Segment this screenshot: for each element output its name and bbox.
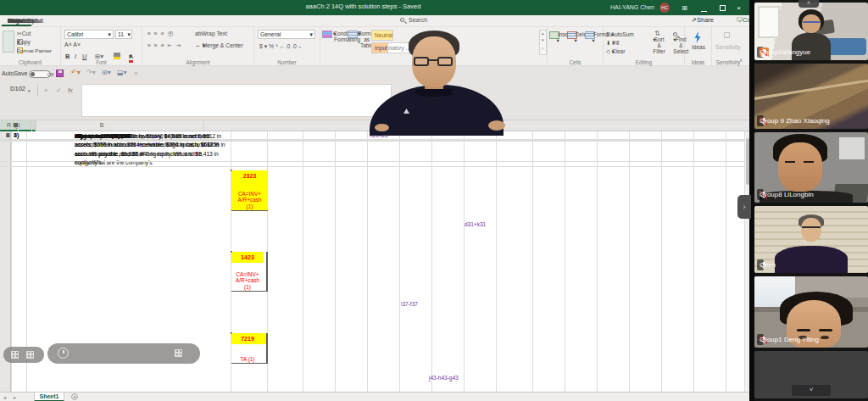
- gridline: [661, 131, 662, 392]
- participant-tile-chen[interactable]: Chen: [754, 206, 868, 273]
- glasses-icon: [437, 57, 453, 66]
- participant-name-tag: Group8 LiLongbin: [757, 189, 764, 200]
- sort-filter-button[interactable]: ⇅Sort & Filter ▾: [644, 31, 665, 42]
- redo-icon[interactable]: ↷▾: [86, 69, 96, 76]
- solution-table: INVfixed asstA/RNWCCashCL=CA- NWC(2)CA=I…: [231, 251, 232, 253]
- menu-tab-power-pivot[interactable]: Power Pivot: [2, 15, 47, 25]
- ideas-group: Ideas Ideas: [685, 27, 712, 66]
- share-button[interactable]: ⇗ Share: [692, 16, 697, 24]
- table-value-cell: 2323: [231, 170, 268, 181]
- find-select-button[interactable]: Find & Select ▾: [665, 31, 685, 42]
- excel-title-bar: aaaCh 2 14Q with solution steps - Saved …: [0, 0, 749, 15]
- header-text: TA (1): [241, 356, 255, 362]
- participant-name-tag: Group1Wangyue: [757, 47, 764, 58]
- document-title: aaaCh 2 14Q with solution steps - Saved: [305, 3, 420, 10]
- presenter-hand: [375, 124, 389, 131]
- insert-function-icon[interactable]: fx: [68, 86, 73, 94]
- autosum-button[interactable]: Σ AutoSum ▾: [606, 31, 614, 38]
- vertical-align-icons[interactable]: ≡ ≡ ≡ ⦿: [147, 31, 174, 36]
- search-icon: [400, 18, 404, 22]
- name-box[interactable]: D102: [0, 85, 25, 96]
- participant-name: Group 9 Zhao Xiaoqing: [760, 115, 830, 126]
- name-box-arrow-icon[interactable]: ▾: [28, 88, 31, 93]
- account-avatar[interactable]: HC: [659, 3, 670, 13]
- column-header-R[interactable]: R: [0, 120, 19, 131]
- participant-tile-empty[interactable]: ˅: [754, 351, 868, 398]
- merge-center-button[interactable]: ⇔ Merge & Center ▾: [195, 42, 205, 49]
- gridline: [367, 131, 368, 392]
- clock-icon: [58, 348, 69, 359]
- gridline: [726, 131, 726, 392]
- gallery-scroll-arrows[interactable]: ▴▾▿: [539, 30, 547, 55]
- gridline: [335, 131, 336, 392]
- font-size-select[interactable]: 11▾: [115, 30, 132, 39]
- minimize-icon[interactable]: [701, 8, 707, 12]
- undo-icon[interactable]: ↶▾: [71, 69, 81, 76]
- presenter-hand: [488, 120, 505, 131]
- participant-tile-group1-deng-yiting[interactable]: Group1 Deng Yiting: [754, 276, 868, 348]
- option-amount: $1,745: [111, 132, 130, 140]
- fill-button[interactable]: ⬇ Fill ▾: [606, 40, 615, 47]
- sheet-nav-left-icon[interactable]: ◂: [3, 394, 6, 400]
- alignment-group: ≡ ≡ ≡ ⦿ ab Wrap Text ≡ ≡ ≡ ⇤ ⇥ ⇔ Merge &…: [142, 27, 254, 66]
- participant-name: Group1 Deng Yiting: [760, 334, 819, 345]
- ideas-icon[interactable]: [693, 31, 702, 43]
- scroll-participants-icon[interactable]: ˅: [792, 385, 831, 396]
- glasses-icon: [414, 57, 429, 66]
- confirm-entry-icon[interactable]: ✓: [56, 86, 61, 94]
- collapse-strip-icon[interactable]: ˄: [798, 0, 819, 8]
- font-group-label: Font: [61, 59, 142, 65]
- gridline: [303, 131, 303, 392]
- number-format-select[interactable]: General▾: [258, 30, 315, 39]
- conditional-formatting-button[interactable]: Conditional Formatting ▾: [322, 31, 348, 36]
- clipboard-group-label: Clipboard: [0, 59, 60, 65]
- format-cells-button[interactable]: Format▾: [585, 31, 602, 43]
- horizontal-align-icons[interactable]: ≡ ≡ ≡ ⇤ ⇥: [147, 42, 181, 49]
- search-box[interactable]: Search: [400, 17, 459, 26]
- clipboard-group: ✂ Cut Copy ▾ Format Painter Clipboard: [0, 27, 61, 66]
- glasses-bridge: [429, 59, 437, 61]
- cancel-entry-icon[interactable]: ×: [44, 86, 47, 94]
- participant-name-tag: Group1 Deng Yiting: [757, 334, 764, 345]
- clear-button[interactable]: ◇ Clear ▾: [606, 48, 615, 55]
- participants-sidebar: ˄ Group1WangyueGroup 9 Zhao XiaoqingGrou…: [749, 0, 868, 401]
- borders-qat-icon[interactable]: ⊞▾: [102, 69, 111, 76]
- table-value-cell: 1423: [231, 252, 264, 263]
- number-format-icons[interactable]: $ ▾ % ⁹ ←.0 .0→: [259, 43, 303, 50]
- cut-button[interactable]: ✂ Cut: [17, 31, 22, 37]
- formula-note: j43-h43-g43: [429, 375, 459, 381]
- merge-qat-icon[interactable]: ⬓▾: [117, 69, 127, 76]
- ribbon-display-options-icon[interactable]: ⊞: [681, 4, 688, 12]
- wrap-text-button[interactable]: ab Wrap Text: [195, 31, 202, 36]
- gridline: [565, 131, 565, 392]
- formula-bar-input[interactable]: [81, 84, 392, 117]
- grid-icon: [11, 351, 19, 359]
- delete-cells-button[interactable]: Delete▾: [567, 31, 584, 43]
- save-icon[interactable]: [56, 70, 64, 77]
- floating-toolbar-small[interactable]: [3, 347, 44, 363]
- insert-cells-button[interactable]: Insert▾: [549, 31, 566, 43]
- value-text: 7219: [241, 336, 254, 342]
- gridline: [597, 131, 598, 392]
- participant-tile-group1wangyue[interactable]: Group1Wangyue: [754, 3, 868, 60]
- copy-button[interactable]: Copy ▾: [17, 39, 19, 46]
- participant-name: Group8 LiLongbin: [760, 189, 814, 200]
- ideas-button[interactable]: Ideas: [685, 44, 712, 50]
- sidebar-collapse-handle[interactable]: ›: [737, 195, 751, 219]
- restore-icon[interactable]: [720, 5, 726, 11]
- collapse-ribbon-icon[interactable]: ˄: [739, 58, 743, 64]
- grow-shrink-font-icons[interactable]: A˄ A˅: [64, 42, 81, 47]
- zoom-screen-share: aaaCh 2 14Q with solution steps - Saved …: [0, 0, 868, 401]
- close-icon[interactable]: ×: [735, 4, 743, 12]
- editing-group: Σ AutoSum ▾ ⬇ Fill ▾ ◇ Clear ▾ ⇅Sort & F…: [604, 27, 685, 66]
- comments-button[interactable]: 🗨 Comments: [737, 16, 743, 24]
- sheet-nav-right-icon[interactable]: ▸: [14, 394, 16, 400]
- paste-icon[interactable]: [3, 31, 14, 53]
- autosave-toggle[interactable]: Off: [29, 70, 51, 78]
- font-name-select[interactable]: Calibri▾: [64, 30, 114, 39]
- participant-tile-group-9-zhao-xiaoqing[interactable]: Group 9 Zhao Xiaoqing: [754, 64, 868, 129]
- floating-toolbar-large[interactable]: [47, 343, 200, 364]
- sheet-tab[interactable]: Sheet1: [34, 393, 64, 401]
- participant-tile-group8-lilongbin[interactable]: Group8 LiLongbin: [754, 132, 868, 203]
- add-sheet-icon[interactable]: +: [71, 393, 78, 400]
